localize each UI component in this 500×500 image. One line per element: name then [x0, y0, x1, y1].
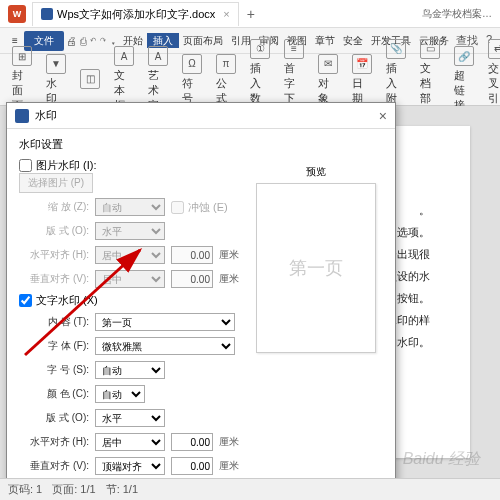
titlebar-right-text: 鸟金学校档案… — [422, 7, 492, 21]
dialog-icon — [15, 109, 29, 123]
content-select[interactable]: 第一页 — [95, 313, 235, 331]
document-tab[interactable]: Wps文字如何添加水印文字.docx × — [32, 2, 239, 26]
statusbar: 页码: 1 页面: 1/1 节: 1/1 — [0, 478, 500, 500]
tab-title: Wps文字如何添加水印文字.docx — [57, 7, 215, 22]
font-select[interactable]: 微软雅黑 — [95, 337, 235, 355]
ribbon: ⊞封面页▼水印◫A文本框A艺术字Ω符号π公式①插入数字≡首字下沉✉对象📅日期📎插… — [0, 54, 500, 106]
ribbon-符号[interactable]: Ω符号 — [178, 52, 206, 108]
dialog-title: 水印 — [35, 108, 57, 123]
dialog-titlebar: 水印 × — [7, 103, 395, 129]
layout-select[interactable]: 水平 — [95, 409, 165, 427]
status-page: 页码: 1 — [8, 482, 42, 497]
text-checkbox[interactable] — [19, 294, 32, 307]
add-tab-button[interactable]: + — [247, 6, 255, 22]
select-pic-button: 选择图片 (P) — [19, 173, 93, 193]
ribbon-超链接[interactable]: 🔗超链接 — [450, 44, 478, 115]
valign-input[interactable] — [171, 457, 213, 475]
zoom-select: 自动 — [95, 198, 165, 216]
ribbon-公式[interactable]: π公式 — [212, 52, 240, 108]
menu-章节[interactable]: 章节 — [311, 33, 339, 48]
watermark-dialog: 水印 × 水印设置 图片水印 (I): 选择图片 (P) 缩 放 (Z):自动冲… — [6, 102, 396, 500]
preview-label: 预览 — [251, 165, 381, 179]
ribbon-日期[interactable]: 📅日期 — [348, 52, 376, 108]
titlebar: W Wps文字如何添加水印文字.docx × + 鸟金学校档案… — [0, 0, 500, 28]
preview-page: 第一页 — [256, 183, 376, 353]
layout1-select: 水平 — [95, 222, 165, 240]
halign-select[interactable]: 居中 — [95, 433, 165, 451]
valign-select[interactable]: 顶端对齐 — [95, 457, 165, 475]
status-section: 节: 1/1 — [106, 482, 138, 497]
status-pages: 页面: 1/1 — [52, 482, 95, 497]
halign-input[interactable] — [171, 433, 213, 451]
pic-checkbox[interactable] — [19, 159, 32, 172]
section-label: 水印设置 — [19, 137, 383, 152]
baidu-watermark: Baidu 经验 — [403, 449, 480, 470]
doc-icon — [41, 8, 53, 20]
ribbon-水印[interactable]: ▼水印 — [42, 52, 70, 108]
color-select[interactable]: 自动 — [95, 385, 145, 403]
ribbon-对象[interactable]: ✉对象 — [314, 52, 342, 108]
wps-logo: W — [8, 5, 26, 23]
close-icon[interactable]: × — [223, 8, 229, 20]
size-select[interactable]: 自动 — [95, 361, 165, 379]
ribbon-item[interactable]: ◫ — [76, 67, 104, 93]
dialog-close-icon[interactable]: × — [379, 108, 387, 124]
preview-panel: 预览 第一页 — [251, 165, 381, 353]
menu-页面布局[interactable]: 页面布局 — [179, 33, 227, 48]
menu-安全[interactable]: 安全 — [339, 33, 367, 48]
